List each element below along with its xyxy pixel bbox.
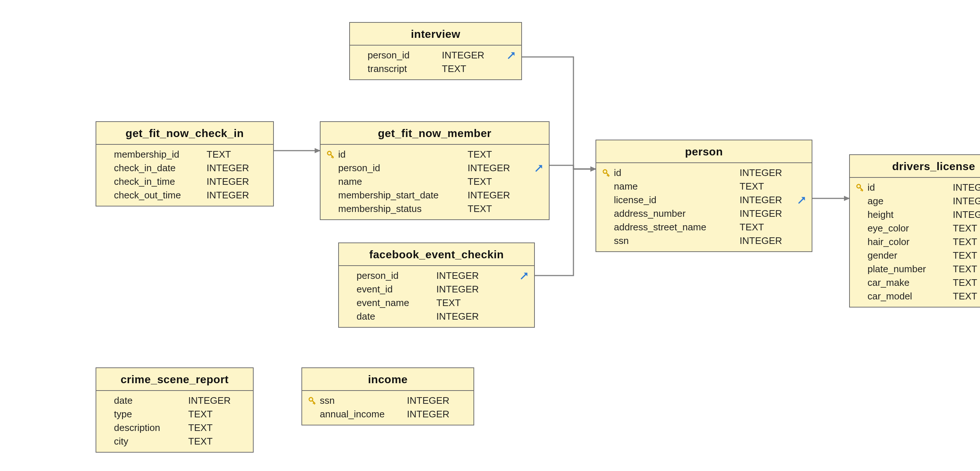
- entity-title: get_fit_now_member: [321, 122, 549, 145]
- column-type: INTEGER: [442, 49, 485, 61]
- svg-line-5: [331, 156, 332, 157]
- column-row: check_in_timeINTEGER: [102, 175, 268, 189]
- column-name: description: [114, 422, 188, 433]
- column-name: id: [867, 182, 953, 193]
- column-type: TEXT: [442, 63, 466, 75]
- svg-line-18: [862, 190, 863, 191]
- column-type: TEXT: [953, 223, 977, 234]
- entity-income: income ssnINTEGERannual_incomeINTEGER: [301, 367, 474, 425]
- column-name: car_make: [867, 277, 953, 289]
- column-name: city: [114, 436, 188, 447]
- column-name: plate_number: [867, 263, 953, 275]
- column-row: typeTEXT: [102, 408, 248, 421]
- column-row: membership_start_dateINTEGER: [326, 189, 544, 202]
- column-name: name: [614, 181, 740, 192]
- column-row: idINTEGER: [855, 181, 980, 194]
- column-row: car_makeTEXT: [855, 276, 980, 290]
- column-type: INTEGER: [207, 190, 249, 201]
- entity-columns: idINTEGERnameTEXTlicense_idINTEGERaddres…: [596, 163, 811, 251]
- column-row: nameTEXT: [326, 175, 544, 189]
- column-type: INTEGER: [740, 194, 782, 206]
- column-name: car_model: [867, 290, 953, 302]
- column-type: INTEGER: [436, 284, 479, 295]
- entity-get-fit-now-member: get_fit_now_member idTEXTperson_idINTEGE…: [320, 121, 550, 220]
- column-row: ssnINTEGER: [601, 234, 807, 247]
- primary-key-icon: [307, 396, 320, 406]
- column-row: descriptionTEXT: [102, 421, 248, 435]
- column-name: address_street_name: [614, 222, 740, 233]
- column-row: dateINTEGER: [344, 310, 529, 323]
- column-row: ssnINTEGER: [307, 394, 468, 408]
- column-name: height: [867, 209, 953, 220]
- entity-title: drivers_license: [850, 155, 980, 178]
- column-type: INTEGER: [953, 209, 980, 220]
- entity-title: get_fit_now_check_in: [96, 122, 273, 145]
- column-type: TEXT: [436, 297, 461, 309]
- column-type: TEXT: [740, 181, 764, 192]
- foreign-key-icon: [794, 195, 807, 205]
- column-type: TEXT: [188, 409, 212, 420]
- column-name: id: [338, 149, 468, 160]
- column-type: INTEGER: [436, 311, 479, 322]
- column-name: date: [114, 395, 188, 406]
- column-row: event_nameTEXT: [344, 296, 529, 310]
- column-row: dateINTEGER: [102, 394, 248, 408]
- column-row: hair_colorTEXT: [855, 235, 980, 249]
- column-row: ageINTEGER: [855, 194, 980, 208]
- column-type: INTEGER: [207, 162, 249, 174]
- foreign-key-icon: [504, 51, 516, 60]
- column-row: check_out_timeINTEGER: [102, 189, 268, 202]
- foreign-key-icon: [531, 163, 544, 173]
- column-row: address_numberINTEGER: [601, 207, 807, 220]
- column-row: person_idINTEGER: [344, 269, 529, 282]
- column-name: person_id: [368, 49, 442, 61]
- column-type: INTEGER: [740, 235, 782, 246]
- entity-columns: idINTEGERageINTEGERheightINTEGEReye_colo…: [850, 178, 980, 307]
- column-row: check_in_dateINTEGER: [102, 161, 268, 175]
- column-type: TEXT: [953, 250, 977, 261]
- column-name: address_number: [614, 208, 740, 219]
- column-type: INTEGER: [436, 270, 479, 281]
- column-type: TEXT: [468, 176, 492, 187]
- column-row: idTEXT: [326, 148, 544, 161]
- column-name: transcript: [368, 63, 442, 75]
- column-type: TEXT: [953, 263, 977, 275]
- column-name: ssn: [614, 235, 740, 246]
- column-type: TEXT: [468, 203, 492, 214]
- entity-columns: ssnINTEGERannual_incomeINTEGER: [302, 391, 474, 425]
- column-row: nameTEXT: [601, 180, 807, 193]
- column-name: membership_id: [114, 149, 207, 160]
- primary-key-icon: [326, 149, 338, 160]
- column-row: heightINTEGER: [855, 208, 980, 222]
- column-type: TEXT: [207, 149, 231, 160]
- column-row: membership_idTEXT: [102, 148, 268, 161]
- primary-key-icon: [601, 168, 614, 178]
- svg-line-23: [313, 402, 314, 403]
- column-row: address_street_nameTEXT: [601, 220, 807, 234]
- column-row: person_idINTEGER: [355, 49, 516, 62]
- column-name: id: [614, 167, 740, 179]
- entity-title: crime_scene_report: [96, 368, 253, 391]
- column-name: person_id: [356, 270, 436, 281]
- column-row: plate_numberTEXT: [855, 262, 980, 276]
- svg-line-11: [607, 174, 608, 176]
- entity-facebook-event-checkin: facebook_event_checkin person_idINTEGERe…: [338, 243, 535, 328]
- column-row: transcriptTEXT: [355, 62, 516, 76]
- column-row: car_modelTEXT: [855, 290, 980, 303]
- entity-columns: dateINTEGERtypeTEXTdescriptionTEXTcityTE…: [96, 391, 253, 452]
- column-type: INTEGER: [740, 167, 782, 179]
- column-row: membership_statusTEXT: [326, 202, 544, 216]
- column-type: TEXT: [188, 436, 212, 447]
- column-name: event_name: [356, 297, 436, 309]
- entity-columns: person_idINTEGERtranscriptTEXT: [350, 46, 521, 79]
- svg-line-17: [861, 189, 862, 190]
- entity-title: person: [596, 140, 811, 163]
- column-row: person_idINTEGER: [326, 161, 544, 175]
- column-row: idINTEGER: [601, 166, 807, 180]
- column-name: ssn: [320, 395, 407, 406]
- column-row: genderTEXT: [855, 249, 980, 262]
- entity-title: income: [302, 368, 474, 391]
- column-name: person_id: [338, 162, 468, 174]
- column-name: membership_start_date: [338, 190, 468, 201]
- column-name: license_id: [614, 194, 740, 206]
